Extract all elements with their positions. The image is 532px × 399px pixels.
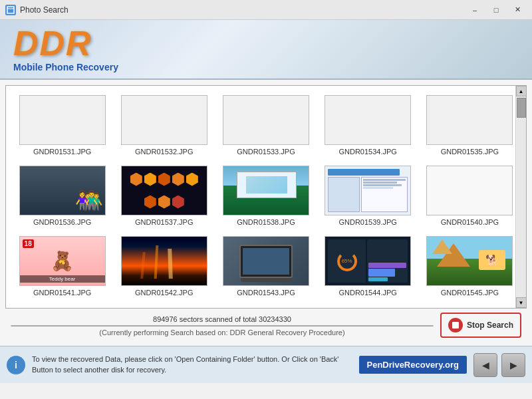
bottom-bar: i To view the recovered Data, please cli… — [0, 346, 532, 383]
list-item[interactable]: GNDR01538.JPG — [215, 162, 317, 232]
photo-thumbnail — [121, 236, 207, 286]
photo-thumbnail: 65% — [325, 236, 411, 286]
progress-sectors-text: 894976 sectors scanned of total 30234330 — [11, 315, 434, 323]
stop-search-button[interactable]: Stop Search — [440, 313, 521, 338]
list-item[interactable]: GNDR01539.JPG — [317, 162, 419, 232]
navigation-buttons: ◀ ▶ — [473, 353, 525, 377]
progress-area: 894976 sectors scanned of total 30234330… — [5, 309, 527, 340]
brand-badge: PenDriveRecovery.org — [359, 356, 467, 374]
photo-filename: GNDR01534.JPG — [338, 148, 396, 156]
photo-thumbnail — [325, 95, 411, 145]
photo-filename: GNDR01533.JPG — [237, 148, 295, 156]
maximize-button[interactable]: □ — [487, 3, 505, 17]
minimize-button[interactable]: – — [466, 3, 484, 17]
photo-filename: GNDR01539.JPG — [338, 218, 396, 226]
stop-icon-square — [452, 322, 459, 329]
photo-filename: GNDR01535.JPG — [441, 148, 499, 156]
photo-thumbnail — [426, 166, 513, 215]
app-subtitle: Mobile Phone Recovery — [13, 62, 118, 72]
back-button[interactable]: ◀ — [473, 353, 497, 377]
app-header: DDR Mobile Phone Recovery — [0, 20, 532, 80]
list-item[interactable]: GNDR01542.JPG — [113, 232, 215, 303]
scroll-thumb[interactable] — [517, 98, 526, 118]
photo-filename: GNDR01544.JPG — [338, 289, 396, 297]
title-bar: Photo Search – □ ✕ — [0, 0, 532, 20]
photo-thumbnail — [223, 95, 309, 145]
window-title: Photo Search — [20, 5, 466, 15]
photo-filename: GNDR01541.JPG — [33, 289, 91, 297]
progress-procedure-text: (Currently performing Search based on: D… — [11, 329, 434, 336]
info-icon: i — [7, 356, 25, 374]
photo-thumbnail — [121, 166, 207, 215]
next-button[interactable]: ▶ — [501, 353, 525, 377]
photo-filename: GNDR01531.JPG — [33, 148, 91, 156]
progress-row: 894976 sectors scanned of total 30234330… — [11, 313, 521, 338]
list-item[interactable]: GNDR01531.JPG — [11, 91, 113, 162]
stop-icon — [448, 318, 463, 332]
list-item[interactable]: GNDR01532.JPG — [113, 91, 215, 162]
photo-filename: GNDR01543.JPG — [237, 289, 295, 297]
list-item[interactable]: GNDR01543.JPG — [215, 232, 317, 303]
photo-thumbnail: 18 🧸 Teddy bear — [19, 236, 106, 286]
photo-grid-container: GNDR01531.JPG GNDR01532.JPG GNDR01533.JP… — [5, 85, 527, 309]
photo-filename: GNDR01545.JPG — [441, 289, 499, 297]
photo-thumbnail: 🐕 — [426, 236, 513, 286]
photo-thumbnail — [223, 236, 309, 286]
window-controls: – □ ✕ — [466, 3, 527, 17]
photo-filename: GNDR01538.JPG — [237, 218, 295, 226]
list-item[interactable]: GNDR01535.JPG — [419, 91, 521, 162]
list-item[interactable]: 👫 GNDR01536.JPG — [11, 162, 113, 232]
scroll-down-button[interactable]: ▼ — [516, 297, 527, 308]
photo-filename: GNDR01537.JPG — [135, 218, 193, 226]
list-item[interactable]: 🐕 GNDR01545.JPG — [419, 232, 521, 303]
photo-thumbnail: 👫 — [19, 166, 106, 215]
photo-thumbnail — [19, 95, 106, 145]
scrollbar[interactable]: ▲ ▼ — [515, 86, 526, 308]
photo-thumbnail — [325, 166, 411, 215]
bottom-info-text: To view the recovered Data, please click… — [32, 354, 352, 375]
scroll-track — [517, 96, 526, 297]
list-item[interactable]: GNDR01537.JPG — [113, 162, 215, 232]
svg-rect-0 — [7, 7, 14, 13]
close-button[interactable]: ✕ — [508, 3, 527, 17]
logo: DDR Mobile Phone Recovery — [13, 26, 118, 72]
list-item[interactable]: 65% GNDR01544.JPG — [317, 232, 419, 303]
progress-bar-container — [11, 325, 434, 327]
app-icon — [5, 5, 16, 15]
list-item[interactable]: 18 🧸 Teddy bear GNDR01541.JPG — [11, 232, 113, 303]
main-content: GNDR01531.JPG GNDR01532.JPG GNDR01533.JP… — [0, 80, 532, 346]
ddr-logo-text: DDR — [13, 26, 118, 61]
list-item[interactable]: GNDR01540.JPG — [419, 162, 521, 232]
photo-filename: GNDR01536.JPG — [33, 218, 91, 226]
photo-thumbnail — [121, 95, 207, 145]
photo-thumbnail — [223, 166, 309, 215]
photo-filename: GNDR01532.JPG — [135, 148, 193, 156]
photo-thumbnail — [426, 95, 513, 145]
stop-button-label: Stop Search — [467, 321, 513, 330]
photo-filename: GNDR01540.JPG — [441, 218, 499, 226]
scroll-up-button[interactable]: ▲ — [516, 86, 527, 96]
list-item[interactable]: GNDR01534.JPG — [317, 91, 419, 162]
list-item[interactable]: GNDR01533.JPG — [215, 91, 317, 162]
photo-filename: GNDR01542.JPG — [135, 289, 193, 297]
photo-grid: GNDR01531.JPG GNDR01532.JPG GNDR01533.JP… — [6, 86, 526, 308]
